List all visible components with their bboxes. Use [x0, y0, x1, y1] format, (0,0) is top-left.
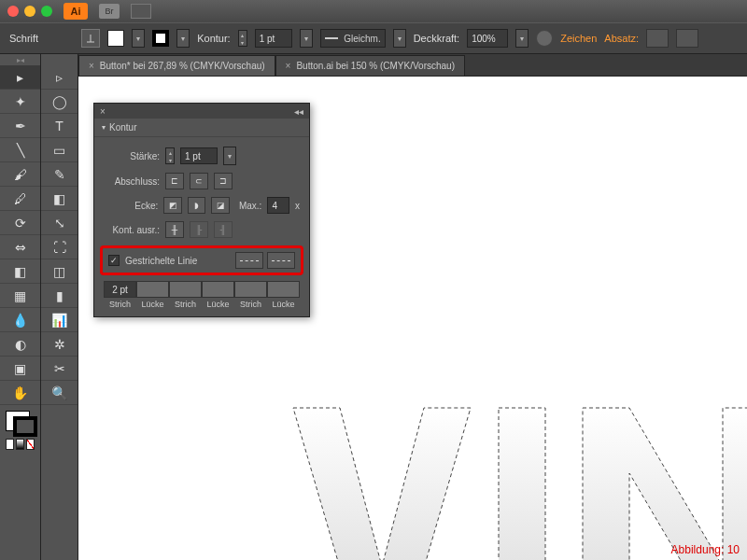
paragraph-panel-link[interactable]: Absatz:	[604, 33, 639, 44]
fill-swatch[interactable]	[107, 30, 124, 47]
column-graph-tool[interactable]: 📊	[41, 308, 78, 332]
color-swatch-area	[0, 405, 40, 455]
stroke-profile-dropdown[interactable]: Gleichm.	[320, 29, 386, 48]
stroke-color-swatch[interactable]	[13, 416, 37, 437]
toolbar-left-column: ▸◂ ▸ ✦ ✒ ╲ 🖌 🖊 ⟳ ⇔ ◧ ▦ 💧 ◐ ▣ ✋	[0, 54, 41, 560]
character-panel-link[interactable]: Zeichen	[560, 33, 597, 44]
text-artwork[interactable]	[293, 408, 747, 560]
symbol-sprayer-tool[interactable]: ✲	[41, 332, 78, 357]
perspective-tool[interactable]: ◫	[41, 259, 78, 284]
magic-wand-tool[interactable]: ✦	[0, 90, 40, 114]
scale-tool[interactable]: ⤡	[41, 211, 78, 235]
align-outside-button[interactable]: ╢	[214, 221, 233, 238]
panel-header[interactable]: × ◂◂	[94, 104, 309, 119]
dash3-label: Strich	[234, 298, 267, 311]
opacity-field[interactable]: 100%	[467, 29, 508, 48]
width-tool[interactable]: ⇔	[0, 235, 40, 259]
gradient-mode-button[interactable]	[16, 439, 24, 450]
close-window-button[interactable]	[7, 6, 19, 17]
artboard-tool[interactable]: ▣	[0, 357, 40, 381]
slice-tool[interactable]: ✂	[41, 357, 78, 381]
type-tool[interactable]: T	[41, 114, 78, 138]
weight-dropdown[interactable]: ▾	[223, 147, 236, 165]
gradient-tool[interactable]: ▮	[41, 284, 78, 308]
panel-collapse-icon[interactable]: ◂◂	[294, 106, 303, 117]
cap-label: Abschluss:	[104, 176, 160, 187]
none-mode-button[interactable]	[26, 439, 35, 450]
pen-tool[interactable]: ✒	[0, 114, 40, 138]
recolor-icon[interactable]	[536, 30, 553, 47]
stroke-swatch[interactable]	[152, 30, 169, 47]
fill-dropdown[interactable]: ▾	[132, 29, 145, 48]
minimize-window-button[interactable]	[24, 6, 35, 17]
dash-gap-row: 2 ptStrich Lücke Strich Lücke Strich Lüc…	[104, 281, 300, 311]
dash3-field[interactable]	[234, 281, 267, 298]
panel-tab[interactable]: ▾ Kontur	[94, 119, 309, 137]
mesh-tool[interactable]: ▦	[0, 284, 40, 308]
rotate-tool[interactable]: ⟳	[0, 211, 40, 235]
document-tab[interactable]: ×Button.ai bei 150 % (CMYK/Vorschau)	[275, 55, 465, 76]
eraser-tool[interactable]: ◧	[41, 187, 78, 211]
dashed-line-checkbox[interactable]: ✓	[108, 255, 120, 266]
weight-stepper[interactable]: ▴▾	[165, 147, 175, 164]
blob-brush-tool[interactable]: 🖊	[0, 187, 40, 211]
hand-tool[interactable]: ✋	[0, 381, 40, 405]
gap1-field[interactable]	[136, 281, 169, 298]
figure-caption: Abbildung: 10	[671, 543, 740, 556]
zoom-window-button[interactable]	[41, 6, 52, 17]
pencil-tool[interactable]: ✎	[41, 162, 78, 187]
dashed-line-row-highlight: ✓ Gestrichelte Linie	[100, 245, 303, 275]
gap2-field[interactable]	[202, 281, 234, 298]
bridge-badge-icon[interactable]: Br	[99, 4, 120, 19]
cap-butt-button[interactable]: ⊏	[165, 173, 184, 189]
selection-tool[interactable]: ▸	[0, 65, 40, 90]
dash2-field[interactable]	[169, 281, 202, 298]
close-tab-icon[interactable]: ×	[286, 61, 291, 71]
paintbrush-tool[interactable]: 🖌	[0, 162, 40, 187]
align-left-button[interactable]	[646, 29, 669, 48]
corner-round-button[interactable]: ◗	[188, 197, 206, 214]
panel-tab-arrow-icon: ▾	[102, 123, 106, 132]
dash-preserve-button[interactable]	[235, 252, 263, 269]
stroke-weight-field[interactable]: 1 pt	[255, 29, 292, 48]
corner-miter-button[interactable]: ◩	[163, 197, 182, 214]
align-center-button[interactable]: ╫	[165, 221, 184, 238]
color-mode-button[interactable]	[6, 439, 14, 450]
type-menu-label[interactable]: Schrift	[9, 33, 38, 44]
dash-align-button[interactable]	[267, 252, 295, 269]
svg-marker-4	[583, 408, 747, 560]
stroke-profile-arrow[interactable]: ▾	[393, 29, 406, 48]
zoom-tool[interactable]: 🔍	[41, 381, 78, 405]
direct-selection-tool[interactable]: ▹	[41, 65, 78, 90]
document-tab[interactable]: ×Button* bei 267,89 % (CMYK/Vorschau)	[78, 55, 275, 76]
shape-builder-tool[interactable]: ◧	[0, 259, 40, 284]
close-tab-icon[interactable]: ×	[89, 61, 94, 71]
opacity-label: Deckkraft:	[414, 33, 460, 44]
opacity-dropdown[interactable]: ▾	[515, 29, 529, 48]
toolbar-grip-icon[interactable]: ▸◂	[0, 54, 40, 65]
close-panel-icon[interactable]: ×	[100, 106, 106, 117]
cap-round-button[interactable]: ⊂	[190, 173, 208, 189]
arrange-documents-button[interactable]	[131, 4, 151, 19]
text-orientation-icon[interactable]	[81, 29, 100, 48]
corner-bevel-button[interactable]: ◪	[211, 197, 230, 214]
rectangle-tool[interactable]: ▭	[41, 138, 78, 162]
eyedropper-tool[interactable]: 💧	[0, 308, 40, 332]
free-transform-tool[interactable]: ⛶	[41, 235, 78, 259]
lasso-tool[interactable]: ◯	[41, 90, 78, 114]
svg-rect-3	[499, 408, 545, 560]
align-inside-button[interactable]: ╟	[190, 221, 208, 238]
stroke-weight-dropdown[interactable]: ▾	[300, 29, 313, 48]
dash1-field[interactable]: 2 pt	[104, 281, 136, 298]
gap3-label: Lücke	[267, 298, 300, 311]
blend-tool[interactable]: ◐	[0, 332, 40, 357]
gap3-field[interactable]	[267, 281, 300, 298]
limit-suffix: x	[295, 201, 300, 211]
limit-field[interactable]: 4	[267, 197, 289, 214]
weight-field[interactable]: 1 pt	[180, 147, 218, 164]
stroke-dropdown[interactable]: ▾	[176, 29, 190, 48]
stroke-weight-stepper[interactable]: ▴▾	[238, 30, 247, 47]
line-tool[interactable]: ╲	[0, 138, 40, 162]
align-center-button[interactable]	[676, 29, 698, 48]
cap-projecting-button[interactable]: ⊐	[214, 173, 233, 189]
